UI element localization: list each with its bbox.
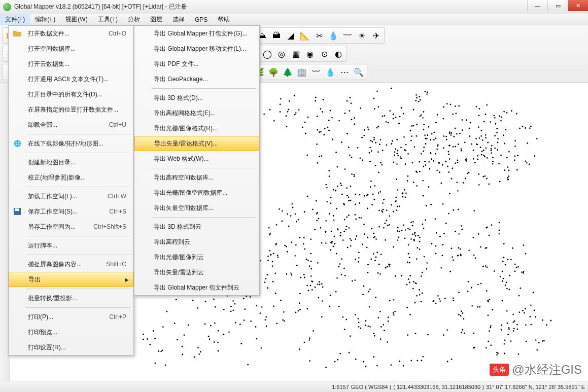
export-menu-item-11[interactable]: 导出高程空间数据库...	[134, 170, 259, 185]
file-menu-item-19[interactable]: 捕捉屏幕图像内容...Shift+C	[9, 257, 133, 272]
svg-rect-842	[306, 284, 308, 287]
file-menu-item-14[interactable]: 保存工作空间(S)...Ctrl+S	[9, 204, 133, 219]
export-menu-item-18[interactable]: 导出矢量/雷达到云	[134, 265, 259, 280]
svg-rect-557	[394, 275, 396, 277]
svg-rect-816	[373, 333, 375, 335]
file-menu-item-24[interactable]: 打印(P)...Ctrl+P	[9, 309, 133, 325]
file-menu-item-5[interactable]: 在屏幕指定的位置打开数据文件...	[9, 102, 133, 117]
export-menu-item-3[interactable]: 导出 GeoPackage...	[134, 72, 259, 87]
svg-rect-805	[451, 359, 453, 361]
file-menu-item-10[interactable]: 创建新地图目录...	[9, 155, 133, 170]
svg-rect-333	[500, 120, 502, 122]
file-menu-item-label: 打印预览...	[28, 328, 57, 337]
svg-rect-217	[424, 161, 426, 163]
tb-ring-icon[interactable]: ◉	[303, 47, 317, 60]
svg-rect-126	[396, 139, 398, 141]
export-menu-item-2[interactable]: 导出 PDF 文件...	[134, 56, 259, 72]
menu-item-6[interactable]: 选择	[167, 14, 190, 25]
file-menu-item-4[interactable]: 打开目录中的所有文件(D)...	[9, 87, 133, 102]
file-menu-item-11[interactable]: 校正(地理参照)影像...	[9, 170, 133, 185]
file-menu-item-2[interactable]: 打开云数据集...	[9, 56, 133, 72]
water-icon[interactable]: 💧	[327, 29, 340, 42]
menu-item-7[interactable]: GPS	[190, 15, 213, 25]
file-menu-item-8[interactable]: 在线下载影像/拓扑/地形图...🌐	[9, 136, 133, 151]
export-menu-item-17[interactable]: 导出光栅/图像到云	[134, 250, 259, 265]
menu-item-1[interactable]: 编辑(E)	[30, 14, 60, 25]
file-menu-item-22[interactable]: 批量转换/重投影...	[9, 291, 133, 306]
tree-icon[interactable]: 🌲	[281, 65, 294, 79]
menu-item-5[interactable]: 图层	[145, 14, 167, 25]
export-menu-item-7[interactable]: 导出光栅/图像格式(R)...	[134, 121, 259, 136]
svg-rect-44	[398, 123, 400, 125]
svg-rect-829	[362, 294, 364, 296]
svg-rect-804	[399, 361, 401, 363]
export-menu-item-12[interactable]: 导出光栅/图像空间数据库...	[134, 185, 259, 200]
sun-icon[interactable]: ☀	[355, 29, 368, 42]
file-menu-item-17[interactable]: 运行脚本...	[9, 238, 133, 253]
svg-rect-738	[204, 323, 206, 325]
minimize-button[interactable]: —	[527, 0, 547, 11]
export-menu-item-19[interactable]: 导出 Global Mapper 包文件到云	[134, 280, 259, 295]
export-menu-item-1[interactable]: 导出 Global Mapper 移动文件(L)...	[134, 41, 259, 56]
svg-rect-782	[164, 364, 166, 366]
svg-rect-917	[489, 330, 491, 332]
route-icon[interactable]: 〰	[341, 29, 354, 42]
file-menu-item-20[interactable]: 导出▶	[9, 272, 133, 287]
file-menu-item-13[interactable]: 加载工作空间(L)...Ctrl+W	[9, 189, 133, 204]
pts-icon[interactable]: ⋯	[338, 65, 351, 79]
tb-grid-icon[interactable]: ▦	[289, 47, 302, 60]
svg-rect-926	[518, 311, 521, 313]
tb-circle-icon[interactable]: ◯	[261, 47, 274, 60]
svg-rect-342	[451, 177, 453, 180]
svg-rect-205	[380, 162, 382, 164]
export-menu-item-8[interactable]: 导出矢量/雷达格式(V)...	[134, 136, 259, 151]
menu-item-4[interactable]: 分析	[123, 14, 145, 25]
plane-icon[interactable]: ✈	[369, 29, 383, 42]
file-menu-item-26[interactable]: 打印设置(R)...	[9, 340, 133, 355]
bush-icon[interactable]: 🌳	[267, 65, 280, 79]
svg-rect-850	[325, 367, 327, 369]
menu-item-0[interactable]: 文件(F)	[0, 14, 30, 25]
svg-rect-987	[331, 117, 333, 119]
svg-rect-328	[485, 147, 487, 149]
svg-rect-735	[256, 338, 258, 340]
file-menu-item-25[interactable]: 打印预览...	[9, 325, 133, 340]
export-menu-item-5[interactable]: 导出 3D 格式(D)...	[134, 90, 259, 105]
svg-rect-669	[291, 274, 293, 276]
tb-target-icon[interactable]: ◎	[275, 47, 288, 60]
shade-icon[interactable]: ◢	[284, 29, 297, 42]
file-menu-item-6[interactable]: 卸载全部...Ctrl+U	[9, 117, 133, 132]
svg-rect-843	[379, 273, 382, 275]
slope-icon[interactable]: 📐	[298, 29, 312, 42]
export-menu-item-16[interactable]: 导出高程到云	[134, 234, 259, 250]
file-menu-item-15[interactable]: 另存工作空间为...Ctrl+Shift+S	[9, 219, 133, 234]
svg-rect-392	[314, 229, 316, 231]
title-bar: Global Mapper v18.2 (b052417) [64-bit] […	[0, 0, 588, 14]
bldg-icon[interactable]: 🏢	[295, 65, 308, 79]
status-scale: 1:6157	[332, 384, 349, 390]
close-button[interactable]: ✕	[568, 0, 588, 11]
export-menu-item-6[interactable]: 导出高程网格格式(E)...	[134, 105, 259, 121]
sel-icon[interactable]: 🔍	[352, 65, 365, 79]
file-menu-item-3[interactable]: 打开通用 ASCII 文本文件(T)...	[9, 72, 133, 87]
svg-rect-309	[508, 175, 510, 177]
export-menu-item-15[interactable]: 导出 3D 格式到云	[134, 219, 259, 234]
maximize-button[interactable]: ▭	[547, 0, 568, 11]
file-menu-item-0[interactable]: 打开数据文件...Ctrl+O	[9, 26, 133, 41]
menu-item-8[interactable]: 帮助	[213, 14, 235, 25]
menu-item-2[interactable]: 视图(W)	[60, 14, 92, 25]
file-menu-item-1[interactable]: 打开空间数据库...	[9, 41, 133, 56]
menu-item-3[interactable]: 工具(T)	[93, 14, 123, 25]
cut-icon[interactable]: ✂	[313, 29, 326, 42]
terrain2-icon[interactable]: 🏔	[270, 29, 283, 42]
drop-icon[interactable]: 💧	[324, 65, 337, 79]
export-menu-item-13[interactable]: 导出矢量空间数据库...	[134, 200, 259, 216]
svg-rect-393	[326, 201, 328, 203]
svg-rect-821	[355, 314, 357, 316]
tb-buffer-icon[interactable]: ◐	[332, 47, 345, 60]
wind-icon[interactable]: 〰	[309, 65, 323, 79]
svg-rect-170	[422, 117, 424, 119]
export-menu-item-9[interactable]: 导出 Web 格式(W)...	[134, 151, 259, 166]
tb-range-icon[interactable]: ⊙	[318, 47, 331, 60]
export-menu-item-0[interactable]: 导出 Global Mapper 打包文件(G)...	[134, 26, 259, 41]
